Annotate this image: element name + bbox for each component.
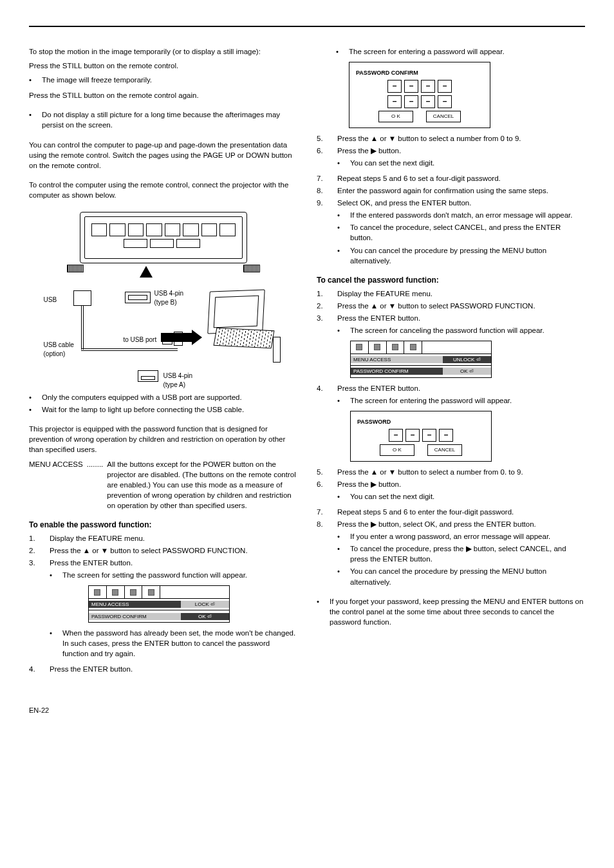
menu2-r1c2: UNLOCK ⏎	[443, 356, 491, 363]
cancel-s4-sub: The screen for entering the password wil…	[350, 395, 512, 406]
left-column: To stop the motion in the image temporar…	[29, 46, 297, 680]
step-b5: Press the ▲ or ▼ button to select a numb…	[337, 468, 523, 476]
password-box-2: PASSWORD –––– O KCANCEL	[350, 411, 492, 462]
step4-sub-text: The screen for entering a password will …	[349, 46, 505, 57]
step-a9-sub2: To cancel the procedure, select CANCEL, …	[350, 222, 585, 243]
freeze-bullet-1: The image will freeze temporarily.	[42, 75, 152, 85]
menu1-r1c1: MENU ACCESS	[89, 601, 181, 608]
step-a9-sub1: If the entered passwords don't match, an…	[350, 210, 572, 220]
important-bullet-1: Do not display a still picture for a lon…	[42, 109, 297, 130]
step-b8: Press the ▶ button, select OK, and press…	[337, 520, 536, 528]
steps-a: Press the ▲ or ▼ button to select a numb…	[317, 133, 585, 266]
enable-step-2: Press the ▲ or ▼ button to select PASSWO…	[50, 547, 248, 554]
step-a6-sub: You can set the next digit.	[350, 158, 434, 168]
menu1-r2c1: PASSWORD CONFIRM	[89, 613, 181, 620]
pw2-title: PASSWORD	[357, 418, 485, 426]
pageup-text: You can control the computer to page-up …	[29, 140, 297, 171]
steps-b: Press the ▲ or ▼ button to select a numb…	[317, 467, 585, 587]
important-bullets: Do not display a still picture for a lon…	[29, 109, 297, 130]
step-a6: Press the ▶ button.	[337, 147, 401, 155]
computer-icon	[209, 290, 286, 355]
enable-steps: Display the FEATURE menu. Press the ▲ or…	[29, 533, 297, 675]
menu2-r2c1: PASSWORD CONFIRM	[351, 368, 443, 375]
conn-text: To control the computer using the remote…	[29, 180, 297, 200]
important2-bullets: If you forget your password, keep pressi…	[317, 596, 585, 627]
arrow-up-icon	[140, 266, 153, 278]
enable-step-4: Press the ENTER button.	[50, 665, 133, 673]
diag-note-2: Wait for the lamp to light up before con…	[42, 404, 244, 415]
cancel-s3: Press the ENTER button.	[337, 314, 420, 322]
pw2-cancel: CANCEL	[427, 444, 462, 456]
arrow-right-icon	[161, 333, 193, 342]
step-a7: Repeat steps 5 and 6 to set a four-digit…	[337, 175, 501, 182]
step-b8-sub3: You can cancel the procedure by pressing…	[350, 566, 585, 587]
pw1-title: PASSWORD CONFIRM	[356, 69, 483, 77]
step-b6-sub: You can set the next digit.	[350, 491, 434, 502]
important2-bullet: If you forget your password, keep pressi…	[330, 596, 585, 627]
menu-access-desc: All the buttons except for the POWER but…	[107, 459, 297, 511]
label-usb: USB	[44, 296, 57, 305]
diag-note-1: Only the computers equipped with a USB p…	[42, 392, 242, 402]
enable-step-3-sub: The screen for setting the password func…	[62, 570, 247, 580]
usb-type-b-icon	[125, 292, 151, 303]
menu1-r1c2: LOCK ⏎	[181, 601, 229, 608]
freeze-bullets: The image will freeze temporarily.	[29, 75, 297, 85]
usb-jack-icon	[73, 290, 91, 306]
projector-icon	[80, 212, 247, 263]
step4-sub: The screen for entering a password will …	[336, 46, 585, 57]
step-b8-sub2: To cancel the procedure, press the ▶ but…	[350, 543, 585, 564]
step-b7: Repeat steps 5 and 6 to enter the four-d…	[337, 508, 514, 516]
pw2-ok: O K	[380, 444, 414, 456]
menu1-r2c2: OK ⏎	[181, 613, 229, 620]
step-b6: Press the ▶ button.	[337, 480, 401, 488]
cancel-s2: Press the ▲ or ▼ button to select PASSWO…	[337, 302, 535, 310]
label-usb-4pin-a: USB 4-pin (type A)	[163, 372, 202, 390]
connection-diagram: USB USB cable (option) USB 4-pin (type B…	[41, 207, 286, 387]
enable-step-3: Press the ENTER button.	[50, 559, 133, 567]
cancel-s3-sub: The screen for canceling the password fu…	[350, 325, 544, 335]
cancel-s4: Press the ENTER button.	[337, 384, 420, 392]
menu2-r1c1: MENU ACCESS	[351, 356, 443, 363]
menu-access-label: MENU ACCESS	[29, 459, 83, 511]
menu-access-row: MENU ACCESS ........ All the buttons exc…	[29, 459, 297, 511]
cancel-pw-head: To cancel the password function:	[317, 275, 585, 286]
enable-pw-head: To enable the password function:	[29, 520, 297, 531]
resume-press: Press the STILL button on the remote con…	[29, 90, 297, 100]
label-usb-cable: USB cable (option)	[44, 341, 82, 359]
label-usb-4pin-b: USB 4-pin (type B)	[154, 289, 193, 307]
label-to-usb-port: to USB port	[124, 335, 162, 344]
password-confirm-box: PASSWORD CONFIRM –––– –––– O KCANCEL	[349, 62, 490, 128]
diagram-notes: Only the computers equipped with a USB p…	[29, 392, 297, 415]
step-a9: Select OK, and press the ENTER button.	[337, 199, 471, 207]
usb-type-a-icon	[138, 370, 158, 382]
menu2-r2c2: OK ⏎	[443, 368, 491, 375]
enable-step-1: Display the FEATURE menu.	[50, 534, 145, 542]
step-a8: Enter the password again for confirmatio…	[337, 187, 548, 194]
password-function-text: This projector is equipped with the pass…	[29, 424, 297, 455]
page-top-rule	[29, 26, 585, 27]
menu-access-dots: ........	[87, 459, 104, 511]
freeze-intro: To stop the motion in the image temporar…	[29, 46, 297, 57]
cancel-s1: Display the FEATURE menu.	[337, 290, 433, 297]
freeze-press: Press the STILL button on the remote con…	[29, 61, 297, 71]
step-a5: Press the ▲ or ▼ button to select a numb…	[337, 135, 521, 142]
pw1-cancel: CANCEL	[426, 111, 461, 122]
two-column-layout: To stop the motion in the image temporar…	[29, 46, 585, 680]
page-number: EN-22	[29, 706, 585, 715]
menu-screen-1: MENU ACCESSLOCK ⏎ PASSWORD CONFIRMOK ⏎	[88, 585, 230, 623]
step-a9-sub3: You can cancel the procedure by pressing…	[350, 245, 585, 266]
right-column: The screen for entering a password will …	[317, 46, 585, 680]
enable-note: When the password has already been set, …	[62, 628, 297, 659]
menu-screen-2: MENU ACCESSUNLOCK ⏎ PASSWORD CONFIRMOK ⏎	[350, 341, 492, 378]
step-b8-sub1: If you enter a wrong password, an error …	[350, 531, 550, 542]
cancel-steps-1: Display the FEATURE menu. Press the ▲ or…	[317, 288, 585, 462]
pw1-ok: O K	[378, 111, 413, 122]
